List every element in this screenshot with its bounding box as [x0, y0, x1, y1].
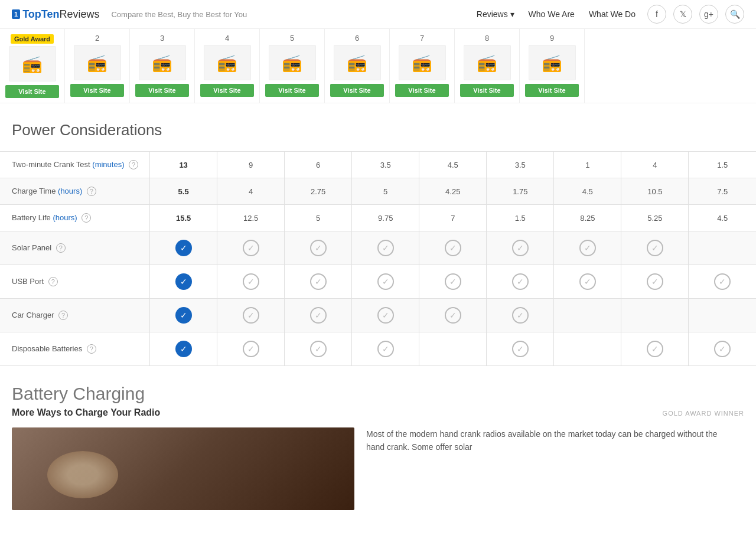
- twitter-icon[interactable]: 𝕏: [673, 5, 692, 24]
- data-cell-r6-c3: ✓: [352, 332, 419, 366]
- check-gray-icon: ✓: [377, 307, 394, 324]
- logo[interactable]: 1 TopTenReviews: [12, 8, 99, 21]
- product-col-6: 6 📻 Visit Site: [325, 29, 390, 103]
- row-label-2: Battery Life (hours) ?: [0, 205, 150, 231]
- rank-number: 9: [522, 34, 582, 43]
- facebook-icon[interactable]: f: [647, 5, 666, 24]
- check-gray-icon: ✓: [512, 273, 529, 290]
- product-badge-4: 4: [197, 34, 257, 43]
- data-cell-r2-c0: 15.5: [150, 205, 217, 231]
- radio-icon-4: 📻: [217, 53, 237, 73]
- data-cell-r2-c7: 5.25: [621, 205, 689, 231]
- data-cell-r6-c1: ✓: [217, 332, 285, 366]
- data-cell-r4-c4: ✓: [419, 265, 487, 299]
- visit-site-button-6[interactable]: Visit Site: [330, 84, 384, 97]
- visit-site-button-4[interactable]: Visit Site: [200, 84, 254, 97]
- data-cell-r1-c5: 1.75: [487, 178, 554, 205]
- check-gray-icon: ✓: [377, 240, 394, 256]
- data-cell-r0-c2: 6: [285, 152, 352, 178]
- nav-who-we-are[interactable]: Who We Are: [529, 9, 575, 19]
- check-blue-icon: ✓: [175, 341, 192, 357]
- product-col-5: 5 📻 Visit Site: [260, 29, 325, 103]
- check-gray-icon: ✓: [445, 307, 461, 324]
- radio-icon-3: 📻: [152, 53, 172, 73]
- data-cell-r6-c2: ✓: [285, 332, 352, 366]
- section-title: Power Considerations: [0, 103, 756, 151]
- help-icon[interactable]: ?: [48, 277, 58, 286]
- visit-site-button-7[interactable]: Visit Site: [395, 84, 449, 97]
- row-label-3: Solar Panel ?: [0, 231, 150, 265]
- product-badge-9: 9: [522, 34, 582, 43]
- data-cell-r0-c3: 3.5: [352, 152, 419, 178]
- visit-site-button-9[interactable]: Visit Site: [525, 84, 579, 97]
- data-cell-r1-c2: 2.75: [285, 178, 352, 205]
- check-gray-icon: ✓: [512, 307, 529, 324]
- product-image-8: 📻: [464, 45, 511, 80]
- help-icon[interactable]: ?: [87, 344, 96, 354]
- data-cell-r4-c1: ✓: [217, 265, 285, 299]
- product-badge-8: 8: [457, 34, 517, 43]
- visit-site-button-8[interactable]: Visit Site: [460, 84, 514, 97]
- check-gray-icon: ✓: [243, 307, 259, 324]
- help-icon[interactable]: ?: [87, 187, 96, 196]
- nav-reviews[interactable]: Reviews ▾: [477, 9, 514, 19]
- help-icon[interactable]: ?: [58, 311, 68, 320]
- googleplus-icon[interactable]: g+: [699, 5, 718, 24]
- visit-site-button-3[interactable]: Visit Site: [135, 84, 189, 97]
- product-image-3: 📻: [139, 45, 186, 80]
- product-badge-5: 5: [262, 34, 322, 43]
- check-gray-icon: ✓: [579, 273, 596, 290]
- product-col-3: 3 📻 Visit Site: [130, 29, 195, 103]
- data-cell-r5-c1: ✓: [217, 299, 285, 332]
- check-blue-icon: ✓: [175, 307, 192, 324]
- product-image-4: 📻: [204, 45, 251, 80]
- data-cell-r1-c1: 4: [217, 178, 285, 205]
- data-cell-r5-c4: ✓: [419, 299, 487, 332]
- rank-number: 3: [132, 34, 192, 43]
- header-icons: f 𝕏 g+ 🔍: [647, 5, 744, 24]
- data-cell-r1-c4: 4.25: [419, 178, 487, 205]
- product-badge-1: Gold Award: [2, 34, 62, 46]
- check-gray-icon: ✓: [310, 307, 327, 324]
- product-badge-6: 6: [327, 34, 387, 43]
- data-cell-r0-c1: 9: [217, 152, 285, 178]
- row-label-6: Disposable Batteries ?: [0, 332, 150, 366]
- product-col-7: 7 📻 Visit Site: [390, 29, 455, 103]
- search-icon[interactable]: 🔍: [725, 5, 744, 24]
- row-label-1: Charge Time (hours) ?: [0, 178, 150, 205]
- battery-image: [12, 427, 354, 510]
- data-cell-r3-c7: ✓: [621, 231, 689, 265]
- battery-charging-subtitle: More Ways to Charge Your Radio: [12, 407, 744, 418]
- data-cell-r4-c2: ✓: [285, 265, 352, 299]
- check-gray-icon: ✓: [377, 341, 394, 357]
- data-cell-r0-c0: 13: [150, 152, 217, 178]
- help-icon[interactable]: ?: [82, 213, 91, 223]
- data-cell-r3-c1: ✓: [217, 231, 285, 265]
- visit-site-button-5[interactable]: Visit Site: [265, 84, 319, 97]
- data-cell-r2-c1: 12.5: [217, 205, 285, 231]
- product-image-5: 📻: [269, 45, 316, 80]
- data-cell-r5-c7: [621, 299, 689, 332]
- visit-site-button-2[interactable]: Visit Site: [70, 84, 124, 97]
- comparison-table: Two-minute Crank Test (minutes) ?13963.5…: [0, 151, 756, 366]
- check-blue-icon: ✓: [175, 273, 192, 290]
- check-gray-icon: ✓: [512, 240, 529, 256]
- table-row: Disposable Batteries ?✓✓✓✓✓✓✓: [0, 332, 756, 366]
- rank-number: 4: [197, 34, 257, 43]
- check-gray-icon: ✓: [714, 341, 731, 357]
- radio-icon-9: 📻: [542, 53, 562, 73]
- help-icon[interactable]: ?: [56, 243, 66, 253]
- check-gray-icon: ✓: [243, 240, 259, 256]
- rank-number: 8: [457, 34, 517, 43]
- data-cell-r0-c5: 3.5: [487, 152, 554, 178]
- battery-charging-title: Battery Charging: [12, 384, 744, 404]
- battery-content: Most of the modern hand crank radios ava…: [12, 427, 744, 510]
- check-gray-icon: ✓: [310, 341, 327, 357]
- data-cell-r0-c8: 1.5: [689, 152, 756, 178]
- nav-what-we-do[interactable]: What We Do: [589, 9, 636, 19]
- help-icon[interactable]: ?: [129, 160, 138, 169]
- product-image-9: 📻: [529, 45, 576, 80]
- visit-site-button-1[interactable]: Visit Site: [5, 85, 59, 98]
- product-badge-7: 7: [392, 34, 452, 43]
- data-cell-r0-c7: 4: [621, 152, 689, 178]
